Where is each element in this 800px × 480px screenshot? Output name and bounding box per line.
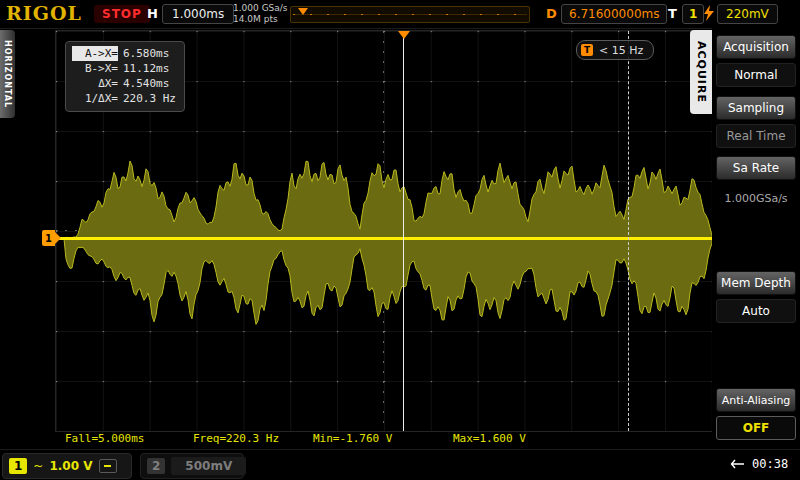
channel2-scale: 500mV (171, 457, 246, 475)
sample-rate-info: 1.000 GSa/s 14.0M pts (233, 3, 288, 25)
channel1-level-marker[interactable]: 1 (42, 230, 55, 246)
run-state-badge[interactable]: STOP (94, 5, 150, 23)
cursor-freq-value: 220.3 Hz (118, 92, 176, 105)
probe-bar-icon (104, 465, 111, 467)
measurement-max: Max=1.600 V (453, 432, 526, 445)
cursor-a-label: A->X= (72, 46, 118, 61)
cursor-a-value: 6.580ms (118, 47, 169, 60)
clock-time: 00:38 (752, 457, 788, 471)
softkey-menu: Acquisition Normal Sampling Real Time Sa… (712, 28, 800, 448)
cursor-dx-value: 4.540ms (118, 77, 169, 90)
trigger-frequency-text: < 15 Hz (599, 44, 643, 57)
cursor-row-dx: ΔX=4.540ms (72, 76, 176, 91)
menu-memdepth-button[interactable]: Mem Depth (716, 271, 796, 295)
menu-antialiasing-value[interactable]: OFF (716, 416, 796, 440)
timebase-value: 1.000ms (162, 4, 234, 24)
probe-icon (99, 459, 117, 473)
horizontal-label: H (147, 6, 158, 21)
menu-acquisition-value[interactable]: Normal (716, 63, 796, 87)
strip-trigger-marker-icon (298, 8, 308, 15)
horizontal-position-strip[interactable] (290, 6, 530, 23)
menu-sarate-value: 1.000GSa/s (716, 186, 796, 210)
trigger-frequency-badge: T < 15 Hz (576, 40, 654, 60)
trigger-label: T (668, 6, 677, 21)
trigger-t-icon: T (581, 44, 593, 56)
graticule: 1 A->X=6.580ms B->X=11.12ms ΔX=4.540ms 1… (55, 30, 713, 432)
trigger-source-badge: 1 (682, 4, 704, 24)
menu-sampling-value[interactable]: Real Time (716, 124, 796, 148)
cursor-row-a: A->X=6.580ms (72, 46, 176, 61)
cursor-a-line[interactable] (403, 31, 404, 431)
trigger-position-icon[interactable] (398, 31, 410, 39)
channel1-badge: 1 (9, 458, 27, 474)
cursor-b-line[interactable] (628, 31, 629, 431)
cursor-readout-box: A->X=6.580ms B->X=11.12ms ΔX=4.540ms 1/Δ… (65, 41, 185, 112)
delay-label: D (546, 6, 557, 21)
tab-horizontal[interactable]: HORIZONTAL (0, 30, 15, 118)
lightning-icon (703, 5, 715, 21)
measurement-min: Min=-1.760 V (313, 432, 392, 445)
top-status-bar: RIGOL STOP H 1.000ms 1.000 GSa/s 14.0M p… (0, 0, 800, 29)
channel1-scale: 1.00 V (49, 459, 92, 473)
menu-acquisition-button[interactable]: Acquisition (716, 35, 796, 59)
trigger-level-value: 220mV (717, 4, 778, 24)
measurement-freq: Freq=220.3 Hz (193, 432, 279, 445)
cursor-b-value: 11.12ms (118, 62, 169, 75)
rigol-logo: RIGOL (6, 2, 82, 24)
memory-points-line: 14.0M pts (233, 14, 288, 25)
cursor-row-b: B->X=11.12ms (72, 61, 176, 76)
usb-icon (728, 458, 744, 470)
menu-sampling-button[interactable]: Sampling (716, 96, 796, 120)
channel1-coupling-icon: ~ (33, 459, 43, 473)
menu-memdepth-value[interactable]: Auto (716, 299, 796, 323)
strip-ruler (293, 14, 527, 15)
channel1-block[interactable]: 1 ~ 1.00 V (2, 453, 132, 479)
menu-antialiasing-button[interactable]: Anti-Aliasing (716, 388, 796, 412)
channel2-badge: 2 (147, 458, 165, 474)
cursor-row-freq: 1/ΔX=220.3 Hz (72, 91, 176, 106)
trace-baseline (56, 237, 712, 240)
delay-value: 6.71600000ms (561, 4, 667, 24)
measurement-fall: Fall=5.000ms (65, 432, 144, 445)
cursor-freq-label: 1/ΔX= (72, 91, 118, 106)
cursor-dx-label: ΔX= (72, 76, 118, 91)
tab-acquire[interactable]: ACQUIRE (690, 30, 712, 114)
bottom-status-bar: 1 ~ 1.00 V 2 500mV 00:38 (0, 449, 800, 480)
channel1-marker-label: 1 (45, 233, 52, 244)
sample-rate-line: 1.000 GSa/s (233, 3, 288, 14)
channel2-block[interactable]: 2 500mV (140, 453, 244, 479)
cursor-b-label: B->X= (72, 61, 118, 76)
oscilloscope-screen: RIGOL STOP H 1.000ms 1.000 GSa/s 14.0M p… (0, 0, 800, 480)
menu-sarate-button[interactable]: Sa Rate (716, 156, 796, 180)
